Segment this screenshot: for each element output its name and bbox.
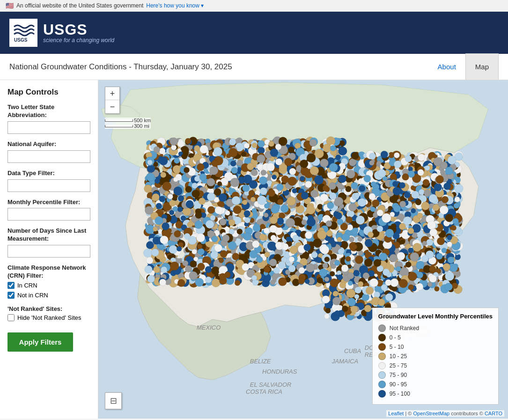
in-crn-label: In CRN	[17, 282, 37, 289]
legend-label-5: 75 - 90	[390, 372, 407, 378]
legend-title: Groundwater Level Monthly Percentiles	[378, 313, 493, 321]
data-type-group: Data Type Filter:	[7, 169, 90, 192]
attribution-sep: | ©	[405, 411, 413, 416]
legend-item-5: 75 - 90	[378, 371, 493, 379]
legend-item-6: 90 - 95	[378, 381, 493, 388]
gov-text: An official website of the United States…	[16, 2, 143, 9]
monthly-percentile-input[interactable]	[7, 208, 90, 221]
leaflet-link[interactable]: Leaflet	[388, 411, 404, 416]
hide-not-ranked-checkbox[interactable]	[7, 314, 15, 321]
legend-item-3: 10 - 25	[378, 353, 493, 360]
usgs-logo: USGS USGS science for a changing world	[9, 19, 114, 47]
state-abbr-group: Two Letter State Abbreviation:	[7, 103, 90, 134]
legend-label-3: 10 - 25	[390, 353, 407, 360]
days-since-label: Number of Days Since Last Measurement:	[7, 227, 90, 243]
days-since-group: Number of Days Since Last Measurement: 7…	[7, 227, 90, 258]
scale-bar-mi	[105, 125, 133, 127]
legend-item-7: 95 - 100	[378, 390, 493, 398]
nav-tabs: About Map	[428, 54, 499, 80]
legend-dot-4	[378, 362, 386, 369]
usgs-title-text: USGS	[43, 22, 114, 37]
legend-dot-0	[378, 324, 386, 332]
legend-item-2: 5 - 10	[378, 343, 493, 351]
legend-dot-3	[378, 353, 386, 360]
page-header: National Groundwater Conditions - Thursd…	[0, 54, 508, 80]
national-aquifer-input[interactable]	[7, 150, 90, 163]
zoom-in-button[interactable]: +	[105, 87, 119, 100]
legend-label-2: 5 - 10	[390, 344, 404, 350]
hide-not-ranked-label: Hide 'Not Ranked' Sites	[17, 314, 81, 321]
scale-label-mi: 300 mi	[134, 123, 149, 129]
crn-checkbox-group: In CRN Not in CRN	[7, 282, 90, 299]
gov-banner: 🇺🇸 An official website of the United Sta…	[0, 0, 508, 12]
hide-not-ranked-item[interactable]: Hide 'Not Ranked' Sites	[7, 314, 90, 321]
monthly-percentile-group: Monthly Percentile Filter:	[7, 199, 90, 221]
page-title: National Groundwater Conditions - Thursd…	[9, 62, 419, 72]
scale-label-km: 500 km	[134, 118, 151, 123]
legend-item-0: Not Ranked	[378, 324, 493, 332]
map-canvas[interactable]: + − 500 km 300 mi ⊟ MEXICO CUBA	[98, 80, 508, 419]
legend-item-4: 25 - 75	[378, 362, 493, 369]
crn-filter-label: Climate Response Network (CRN) Filter:	[7, 264, 90, 280]
monthly-percentile-label: Monthly Percentile Filter:	[7, 199, 90, 206]
legend-label-7: 95 - 100	[390, 391, 410, 397]
sidebar: Map Controls Two Letter State Abbreviati…	[0, 80, 98, 419]
in-crn-checkbox-item[interactable]: In CRN	[7, 282, 90, 289]
national-aquifer-label: National Aquifer:	[7, 140, 90, 148]
map-attribution: Leaflet | © OpenStreetMap contributors ©…	[386, 410, 504, 417]
legend-dot-5	[378, 371, 386, 379]
legend: Groundwater Level Monthly Percentiles No…	[372, 308, 499, 405]
national-aquifer-group: National Aquifer:	[7, 140, 90, 163]
apply-filters-button[interactable]: Apply Filters	[7, 332, 73, 352]
usgs-logo-icon: USGS	[9, 19, 37, 47]
zoom-out-button[interactable]: −	[105, 100, 119, 113]
not-ranked-section-label: 'Not Ranked' Sites:	[7, 305, 90, 312]
attribution-contributors: contributors ©	[451, 411, 485, 416]
days-since-input[interactable]: 730	[7, 245, 90, 258]
legend-dot-2	[378, 343, 386, 351]
legend-label-4: 25 - 75	[390, 362, 407, 369]
state-abbr-input[interactable]	[7, 121, 90, 134]
scale-bar-km	[105, 119, 133, 122]
usgs-header: USGS USGS science for a changing world	[0, 12, 508, 54]
osm-link[interactable]: OpenStreetMap	[413, 411, 449, 416]
legend-label-1: 0 - 5	[390, 334, 401, 341]
legend-label-0: Not Ranked	[390, 325, 419, 332]
legend-dot-6	[378, 381, 386, 388]
in-crn-checkbox[interactable]	[7, 282, 15, 289]
sidebar-title: Map Controls	[7, 88, 90, 97]
carto-link[interactable]: CARTO	[485, 411, 502, 416]
not-in-crn-label: Not in CRN	[17, 292, 48, 299]
not-in-crn-checkbox[interactable]	[7, 292, 15, 299]
data-type-input[interactable]	[7, 179, 90, 192]
us-flag: 🇺🇸	[6, 2, 14, 9]
usgs-text: USGS science for a changing world	[43, 22, 114, 44]
svg-text:USGS: USGS	[14, 37, 28, 43]
main-layout: Map Controls Two Letter State Abbreviati…	[0, 80, 508, 419]
tab-map[interactable]: Map	[465, 53, 499, 80]
legend-item-1: 0 - 5	[378, 334, 493, 341]
hereshow-link[interactable]: Here's how you know ▾	[146, 2, 204, 9]
legend-dot-1	[378, 334, 386, 341]
layers-icon: ⊟	[110, 396, 117, 406]
legend-dot-7	[378, 390, 386, 398]
tab-about[interactable]: About	[428, 53, 465, 80]
zoom-controls: + −	[105, 87, 120, 114]
layers-button[interactable]: ⊟	[105, 392, 122, 409]
map-scale: 500 km 300 mi	[105, 118, 151, 129]
crn-filter-group: Climate Response Network (CRN) Filter: I…	[7, 264, 90, 299]
state-abbr-label: Two Letter State Abbreviation:	[7, 103, 90, 119]
map-area: + − 500 km 300 mi ⊟ MEXICO CUBA	[98, 80, 508, 419]
not-ranked-group: 'Not Ranked' Sites: Hide 'Not Ranked' Si…	[7, 305, 90, 321]
not-in-crn-checkbox-item[interactable]: Not in CRN	[7, 292, 90, 299]
data-type-label: Data Type Filter:	[7, 169, 90, 177]
usgs-subtitle-text: science for a changing world	[43, 37, 114, 44]
legend-label-6: 90 - 95	[390, 381, 407, 388]
